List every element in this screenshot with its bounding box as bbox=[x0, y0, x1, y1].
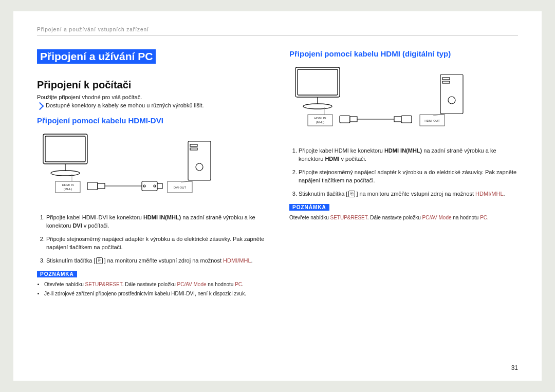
svg-point-20 bbox=[303, 104, 332, 109]
two-column-layout: Připojení a užívání PC Připojení k počít… bbox=[37, 49, 518, 299]
port-label-mhl: (MHL) bbox=[316, 121, 325, 124]
port-label-hdmi-in: HDMI IN bbox=[62, 183, 74, 186]
svg-rect-26 bbox=[394, 117, 401, 122]
step-1: Připojte kabel HDMI ke konektoru HDMI IN… bbox=[299, 147, 518, 163]
svg-point-15 bbox=[196, 163, 203, 171]
step-2: Připojte stejnosměrný napájecí adaptér k… bbox=[299, 169, 518, 185]
note-label: POZNÁMKA bbox=[289, 204, 329, 211]
svg-rect-13 bbox=[190, 144, 197, 146]
svg-rect-6 bbox=[98, 183, 105, 189]
step-1: Připojte kabel HDMI-DVI ke konektoru HDM… bbox=[46, 214, 266, 230]
svg-rect-0 bbox=[43, 134, 87, 164]
steps-hdmi: Připojte kabel HDMI ke konektoru HDMI IN… bbox=[289, 147, 518, 198]
svg-rect-19 bbox=[298, 69, 338, 95]
port-label-hdmi-in: HDMI IN bbox=[314, 117, 326, 120]
svg-point-31 bbox=[448, 97, 455, 104]
notes-hdmi-dvi: Otevřete nabídku SETUP&RESET. Dále nasta… bbox=[37, 281, 266, 297]
chevron-bullet-icon bbox=[36, 102, 44, 110]
info-bullet: Dostupné konektory a kabely se mohou u r… bbox=[37, 102, 266, 109]
port-label-mhl: (MHL) bbox=[64, 188, 72, 191]
diagram-hdmi-dvi: HDMI IN (MHL) bbox=[41, 131, 266, 204]
steps-hdmi-dvi: Připojte kabel HDMI-DVI ke konektoru HDM… bbox=[37, 214, 266, 265]
heading-connect-to-pc: Připojení k počítači bbox=[37, 79, 266, 91]
left-column: Připojení a užívání PC Připojení k počít… bbox=[37, 49, 266, 299]
note-1: Otevřete nabídku SETUP&RESET. Dále nasta… bbox=[44, 281, 266, 288]
note-label: POZNÁMKA bbox=[37, 271, 77, 277]
svg-rect-30 bbox=[442, 81, 450, 83]
svg-point-10 bbox=[143, 185, 145, 187]
info-bullet-text: Dostupné konektory a kabely se mohou u r… bbox=[46, 102, 204, 109]
lead-text: Použijte připojení vhodné pro váš počíta… bbox=[37, 94, 266, 100]
right-column: Připojení pomocí kabelu HDMI (digitální … bbox=[289, 49, 518, 299]
heading-hdmi-dvi: Připojení pomocí kabelu HDMI-DVI bbox=[37, 116, 266, 125]
svg-rect-24 bbox=[350, 117, 357, 122]
svg-rect-27 bbox=[401, 116, 412, 123]
step-3: Stisknutím tlačítka [⎘] na monitoru změň… bbox=[299, 190, 518, 198]
breadcrumb: Připojení a používání vstupních zařízení bbox=[37, 27, 518, 36]
svg-point-11 bbox=[154, 185, 156, 187]
svg-rect-12 bbox=[188, 141, 211, 180]
section-banner: Připojení a užívání PC bbox=[37, 49, 156, 64]
port-label-hdmi-out: HDMI OUT bbox=[424, 119, 440, 122]
svg-rect-23 bbox=[340, 116, 350, 123]
svg-rect-28 bbox=[440, 74, 463, 114]
svg-rect-5 bbox=[87, 182, 98, 190]
step-2: Připojte stejnosměrný napájecí adaptér k… bbox=[46, 235, 266, 252]
note-hdmi: Otevřete nabídku SETUP&RESET. Dále nasta… bbox=[289, 214, 518, 221]
port-label-dvi-out: DVI OUT bbox=[174, 186, 187, 189]
source-button-icon: ⎘ bbox=[96, 257, 103, 264]
manual-page: Připojení a používání vstupních zařízení… bbox=[13, 11, 542, 381]
svg-rect-29 bbox=[442, 78, 450, 80]
note-2: Je-li zdrojové zařízení připojeno prostř… bbox=[44, 290, 266, 297]
svg-rect-18 bbox=[295, 67, 340, 97]
svg-rect-9 bbox=[157, 183, 162, 189]
svg-point-2 bbox=[51, 171, 80, 176]
svg-rect-1 bbox=[45, 136, 85, 162]
svg-rect-14 bbox=[190, 148, 197, 150]
source-button-icon: ⎘ bbox=[348, 191, 355, 197]
heading-hdmi-digital: Připojení pomocí kabelu HDMI (digitální … bbox=[289, 49, 518, 58]
step-3: Stisknutím tlačítka [⎘] na monitoru změň… bbox=[46, 257, 266, 265]
page-number: 31 bbox=[511, 364, 518, 371]
diagram-hdmi: HDMI IN (MHL) bbox=[293, 64, 518, 138]
